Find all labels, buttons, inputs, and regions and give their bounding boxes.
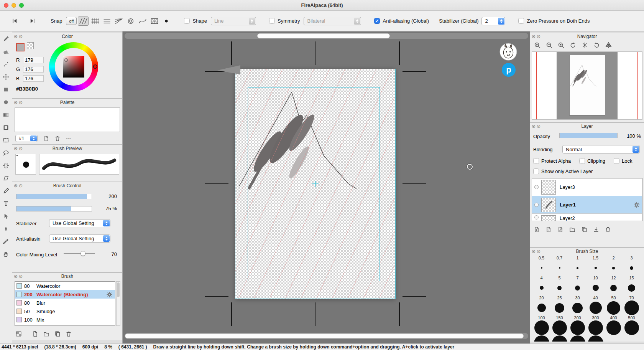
- collapse-panel-icon[interactable]: [19, 273, 23, 280]
- lasso-tool[interactable]: [1, 148, 11, 158]
- brush-size-option[interactable]: 15: [623, 276, 641, 296]
- palette-slot-select[interactable]: #1: [15, 135, 38, 142]
- canvas-area[interactable]: p: [123, 31, 530, 343]
- zoom-out-icon[interactable]: [544, 41, 554, 49]
- snap-concentric-icon[interactable]: [125, 17, 136, 26]
- delete-palette-color-icon[interactable]: [54, 135, 61, 142]
- shape-checkbox[interactable]: [184, 18, 190, 24]
- close-panel-icon[interactable]: [14, 273, 18, 280]
- layer-item[interactable]: Layer1: [532, 196, 642, 214]
- lock-checkbox[interactable]: [614, 158, 619, 164]
- polygon-select-tool[interactable]: [1, 173, 11, 183]
- blending-select[interactable]: Normal: [562, 145, 640, 154]
- blue-field[interactable]: 176: [23, 75, 44, 82]
- snap-perspective-icon[interactable]: [149, 17, 160, 26]
- canvas[interactable]: [235, 69, 395, 299]
- brush-size-option[interactable]: [550, 335, 568, 342]
- brush-size-option[interactable]: 4: [532, 276, 550, 296]
- layer-opacity-slider[interactable]: [559, 133, 618, 138]
- brush-size-option[interactable]: 40: [586, 296, 605, 315]
- layer-visibility-toggle[interactable]: [534, 215, 539, 220]
- zoom-in-icon[interactable]: [532, 41, 542, 49]
- red-field[interactable]: 179: [23, 57, 44, 63]
- brush-size-slider[interactable]: [16, 194, 92, 199]
- brush-size-option[interactable]: 500: [623, 315, 641, 335]
- hue-marker[interactable]: [93, 64, 97, 69]
- brush-size-option[interactable]: 30: [568, 296, 586, 315]
- antialias-select[interactable]: Use Global Setting: [49, 234, 110, 243]
- close-panel-icon[interactable]: [14, 182, 18, 189]
- brush-size-option[interactable]: 12: [605, 276, 623, 296]
- brush-tool[interactable]: [1, 34, 11, 44]
- delete-brush-icon[interactable]: [65, 331, 72, 337]
- shape-select[interactable]: Line: [211, 17, 256, 25]
- reset-rotation-icon[interactable]: [580, 41, 589, 49]
- brush-opacity-slider[interactable]: [16, 206, 92, 211]
- brush-size-option[interactable]: 200: [568, 315, 586, 335]
- layer-item[interactable]: Layer3: [532, 178, 642, 196]
- brush-item[interactable]: 200Watercolor (Bleeding): [15, 290, 115, 299]
- snap-curve-icon[interactable]: [137, 17, 148, 26]
- snap-parallel-icon[interactable]: [78, 17, 89, 26]
- horizontal-scrollbar-bottom[interactable]: [125, 333, 528, 339]
- brush-list-scrollbar[interactable]: [116, 281, 120, 326]
- add-stencil-layer-icon[interactable]: [557, 226, 564, 233]
- collapse-panel-icon[interactable]: [19, 182, 23, 189]
- brush-item[interactable]: 80Watercolor: [15, 282, 115, 290]
- brush-size-option[interactable]: 70: [623, 296, 641, 315]
- brush-size-option[interactable]: 150: [550, 315, 568, 335]
- layer-item[interactable]: Layer2: [532, 214, 642, 221]
- eyedropper-tool[interactable]: [1, 236, 11, 246]
- merge-down-icon[interactable]: [593, 226, 599, 233]
- brush-size-option[interactable]: 10: [586, 276, 605, 296]
- brush-size-option[interactable]: [532, 335, 550, 342]
- brush-size-option[interactable]: 5: [550, 276, 568, 296]
- hand-tool[interactable]: [1, 249, 11, 259]
- snap-dot-icon[interactable]: [161, 17, 172, 26]
- brush-size-option[interactable]: 50: [605, 296, 623, 315]
- close-panel-icon[interactable]: [532, 248, 536, 255]
- duplicate-layer-icon[interactable]: [581, 226, 587, 233]
- delete-layer-icon[interactable]: [605, 226, 611, 233]
- dot-brush-tool[interactable]: [1, 97, 11, 107]
- magic-wand-tool[interactable]: [1, 160, 11, 170]
- brush-size-option[interactable]: 400: [605, 315, 623, 335]
- select-pen-tool[interactable]: [1, 186, 11, 196]
- layer-settings-gear-icon[interactable]: [634, 202, 640, 208]
- alpaca-logo[interactable]: [499, 43, 517, 61]
- close-window-button[interactable]: [4, 3, 8, 8]
- flip-horizontal-icon[interactable]: [604, 41, 613, 49]
- collapse-panel-icon[interactable]: [537, 33, 540, 40]
- operation-tool[interactable]: [1, 211, 11, 221]
- rotate-ccw-icon[interactable]: [568, 41, 577, 49]
- scrollbar-thumb[interactable]: [257, 33, 390, 38]
- brush-preset-grid-icon[interactable]: [15, 331, 22, 337]
- gradient-tool[interactable]: [1, 110, 11, 120]
- background-color-swatch[interactable]: [27, 42, 34, 49]
- zoom-window-button[interactable]: [19, 3, 24, 8]
- brush-size-option[interactable]: [568, 335, 586, 342]
- brush-size-option[interactable]: 1: [568, 256, 586, 276]
- stabilizer-select[interactable]: Use Global Setting: [49, 219, 110, 227]
- pen-tool[interactable]: [1, 224, 11, 234]
- collapse-panel-icon[interactable]: [537, 248, 540, 255]
- snap-off-button[interactable]: off: [66, 17, 77, 25]
- snap-vanishing-icon[interactable]: [113, 17, 124, 26]
- symmetry-select[interactable]: Bilateral: [304, 17, 361, 25]
- add-folder-icon[interactable]: [569, 226, 575, 233]
- undo-button[interactable]: [10, 17, 19, 25]
- brush-size-option[interactable]: 3: [623, 256, 641, 276]
- duplicate-brush-icon[interactable]: [54, 331, 61, 337]
- close-panel-icon[interactable]: [14, 99, 18, 106]
- add-palette-color-icon[interactable]: [43, 135, 49, 142]
- rotate-cw-icon[interactable]: [592, 41, 601, 49]
- brush-item[interactable]: 50Smudge: [15, 307, 115, 315]
- eraser-tool[interactable]: [1, 46, 11, 56]
- clipping-checkbox[interactable]: [579, 158, 585, 164]
- brush-size-option[interactable]: 1.5: [586, 256, 605, 276]
- brush-size-option[interactable]: 100: [532, 315, 550, 335]
- redo-button[interactable]: [28, 17, 37, 25]
- p-badge[interactable]: p: [502, 63, 516, 77]
- scrollbar-thumb[interactable]: [117, 282, 120, 297]
- collapse-panel-icon[interactable]: [19, 145, 23, 152]
